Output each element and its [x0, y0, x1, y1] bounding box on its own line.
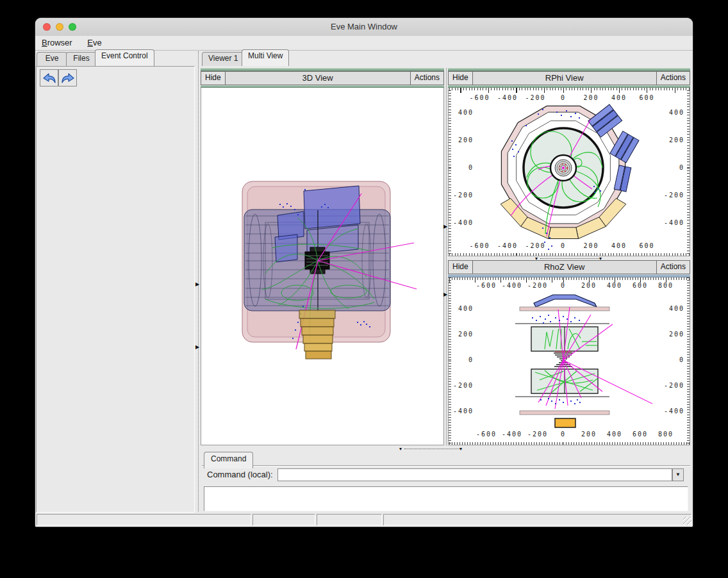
rhoz-event-display[interactable] [449, 277, 690, 444]
axis-tick-label: 200 [583, 242, 599, 249]
desktop-background: Eve Main Window Browser Eve Eve Files Ev… [0, 0, 728, 578]
tab-multi-view[interactable]: Multi View [242, 49, 289, 66]
rphi-actions-button[interactable]: Actions [656, 72, 690, 85]
resize-grip[interactable] [683, 516, 691, 525]
inner-tracker [550, 155, 576, 181]
support-bar-bottom [520, 411, 609, 415]
tab-viewer-1[interactable]: Viewer 1 [202, 52, 244, 66]
status-segment [37, 514, 251, 525]
axis-tick-label: -400 [497, 242, 518, 249]
axis-tick-label: 0 [663, 356, 684, 363]
axis-tick-label: 200 [581, 431, 597, 438]
projection-column: Hide RPhi View Actions [448, 66, 691, 447]
axis-tick-label: -200 [663, 382, 684, 389]
axis-tick-label: -200 [525, 94, 545, 101]
axis-tick-label: 200 [663, 331, 684, 338]
axis-tick-label: 600 [633, 282, 648, 289]
splitter-handle-icon[interactable]: ▶ [195, 345, 199, 350]
axis-tick-label: -600 [469, 242, 490, 249]
command-group: Command (local): ▼ [202, 466, 690, 487]
rphi-viewport[interactable]: -600-600-400-400-200-2000020020040040060… [448, 88, 690, 256]
view-3d-actions-button[interactable]: Actions [410, 72, 443, 85]
axis-tick-label: -600 [476, 431, 497, 438]
menu-bar: Browser Eve [35, 36, 693, 51]
status-segment [317, 514, 382, 525]
menu-eve[interactable]: Eve [81, 36, 108, 47]
tab-command[interactable]: Command [204, 452, 253, 468]
axis-tick-label: 600 [633, 431, 648, 438]
muon-band [534, 295, 597, 307]
left-browser-frame: Eve Files Event Control [35, 50, 195, 513]
axis-tick-label: 600 [639, 242, 654, 249]
axis-tick-label: -400 [663, 408, 684, 415]
axis-tick-label: -400 [663, 219, 684, 226]
previous-event-button[interactable] [40, 69, 58, 87]
axis-tick-label: 0 [561, 282, 566, 289]
command-output[interactable] [204, 486, 688, 511]
axis-tick-label: -400 [502, 431, 522, 438]
title-bar[interactable]: Eve Main Window [35, 18, 693, 37]
tab-eve[interactable]: Eve [37, 52, 67, 66]
redo-arrow-icon [60, 72, 76, 85]
axis-tick-label: 200 [452, 331, 474, 338]
command-splitter[interactable]: ▾ ▾ [201, 447, 693, 451]
axis-tick-label: 200 [583, 94, 599, 101]
axis-tick-label: -400 [452, 219, 474, 226]
axis-tick-label: 800 [658, 431, 674, 438]
axis-tick-label: -200 [452, 382, 474, 389]
axis-tick-label: -200 [525, 242, 545, 249]
axis-tick-label: 400 [611, 94, 627, 101]
splitter-handle-icon[interactable]: ▾ [399, 447, 402, 451]
multi-view-container: Hide 3D View Actions [201, 66, 693, 447]
forward-calorimeter-stack [299, 310, 335, 359]
splitter-handle-icon[interactable]: ▶ [443, 224, 447, 229]
axis-tick-label: -200 [452, 192, 474, 199]
menu-browser[interactable]: Browser [35, 36, 79, 47]
axis-tick-label: -200 [527, 431, 548, 438]
status-segment [383, 514, 691, 525]
view-3d-header: Hide 3D View Actions [201, 71, 444, 85]
viewer-frame: Viewer 1 Multi View Hide 3D View Actions [201, 50, 693, 513]
undo-arrow-icon [42, 72, 57, 85]
rhoz-actions-button[interactable]: Actions [656, 261, 690, 274]
detector-3d-scene[interactable] [201, 88, 443, 444]
axis-tick-label: 400 [452, 305, 474, 312]
status-segment [252, 514, 315, 525]
left-splitter[interactable]: ▶ ▶ [196, 51, 201, 511]
rhoz-title: RhoZ View [473, 261, 656, 274]
rphi-event-display[interactable] [449, 88, 690, 255]
axis-tick-label: 400 [607, 282, 622, 289]
next-event-button[interactable] [58, 69, 77, 87]
splitter-handle-icon[interactable]: ▶ [443, 292, 447, 297]
axis-tick-label: 400 [607, 431, 622, 438]
axis-tick-label: 400 [611, 242, 627, 249]
calo-block-orange [555, 418, 575, 427]
chevron-down-icon: ▼ [675, 472, 681, 477]
left-tab-bar: Eve Files Event Control [35, 50, 195, 66]
view-3d-hide-button[interactable]: Hide [201, 72, 226, 85]
splitter-handle-icon[interactable]: ▾ [459, 447, 462, 451]
tab-files[interactable]: Files [66, 52, 97, 66]
axis-tick-label: -600 [476, 282, 497, 289]
view-3d-viewport[interactable] [201, 88, 444, 445]
command-history-dropdown[interactable]: ▼ [672, 468, 684, 481]
view-3d-title: 3D View [226, 72, 410, 85]
rhoz-pane: Hide RhoZ View Actions [448, 260, 690, 445]
axis-tick-label: 0 [561, 94, 566, 101]
view-3d-pane: Hide 3D View Actions [201, 68, 444, 445]
rphi-hide-button[interactable]: Hide [449, 72, 473, 85]
eve-main-window: Eve Main Window Browser Eve Eve Files Ev… [35, 18, 693, 527]
axis-tick-label: 0 [452, 164, 474, 171]
command-input[interactable] [277, 468, 672, 481]
tab-event-control[interactable]: Event Control [95, 49, 154, 66]
support-bar-top [520, 307, 609, 311]
rphi-pane: Hide RPhi View Actions [448, 68, 690, 256]
rhoz-viewport[interactable]: -600-600-400-400-200-2000020020040040060… [448, 277, 690, 445]
axis-tick-label: 400 [452, 109, 474, 116]
axis-tick-label: -200 [663, 192, 684, 199]
splitter-handle-icon[interactable]: ▶ [195, 282, 199, 287]
axis-tick-label: 0 [663, 164, 684, 171]
axis-tick-label: -400 [452, 408, 474, 415]
rhoz-hide-button[interactable]: Hide [449, 261, 473, 274]
command-prompt-label: Command (local): [207, 470, 273, 479]
